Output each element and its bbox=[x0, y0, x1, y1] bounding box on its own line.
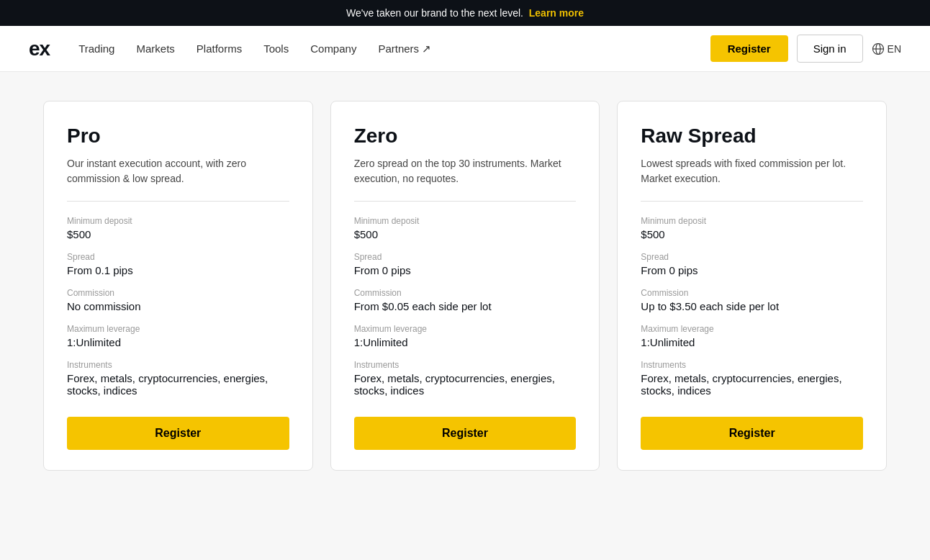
signin-button[interactable]: Sign in bbox=[797, 35, 863, 63]
detail-label: Commission bbox=[67, 288, 289, 298]
globe-icon bbox=[872, 42, 885, 55]
card-pro-details: Minimum deposit $500 Spread From 0.1 pip… bbox=[67, 216, 289, 397]
card-pro-title: Pro bbox=[67, 125, 289, 148]
detail-value: From 0.1 pips bbox=[67, 264, 289, 276]
detail-value: 1:Unlimited bbox=[354, 336, 577, 348]
detail-label: Commission bbox=[354, 288, 577, 298]
nav-item-company[interactable]: Company bbox=[310, 42, 356, 55]
detail-row: Commission Up to $3.50 each side per lot bbox=[641, 288, 863, 312]
detail-row: Instruments Forex, metals, cryptocurrenc… bbox=[354, 360, 577, 397]
detail-label: Spread bbox=[354, 252, 577, 262]
detail-label: Maximum leverage bbox=[354, 324, 577, 334]
detail-value: 1:Unlimited bbox=[67, 336, 289, 348]
card-zero-register-button[interactable]: Register bbox=[354, 417, 577, 450]
header: ex Trading Markets Platforms Tools Compa… bbox=[0, 26, 930, 72]
nav-item-partners[interactable]: Partners ↗ bbox=[378, 42, 431, 55]
detail-row: Minimum deposit $500 bbox=[641, 216, 863, 240]
detail-row: Commission No commission bbox=[67, 288, 289, 312]
card-pro-divider bbox=[67, 201, 289, 202]
nav-item-platforms[interactable]: Platforms bbox=[197, 42, 242, 55]
card-raw-spread-details: Minimum deposit $500 Spread From 0 pips … bbox=[641, 216, 863, 397]
register-button[interactable]: Register bbox=[710, 35, 788, 62]
detail-row: Instruments Forex, metals, cryptocurrenc… bbox=[67, 360, 289, 397]
card-pro-desc: Our instant execution account, with zero… bbox=[67, 156, 289, 186]
card-raw-spread-divider bbox=[641, 201, 863, 202]
detail-row: Maximum leverage 1:Unlimited bbox=[354, 324, 577, 348]
card-zero-divider bbox=[354, 201, 577, 202]
detail-label: Minimum deposit bbox=[67, 216, 289, 226]
detail-value: From 0 pips bbox=[641, 264, 863, 276]
top-banner: We've taken our brand to the next level.… bbox=[0, 0, 930, 26]
card-raw-spread-title: Raw Spread bbox=[641, 125, 863, 148]
detail-value: From 0 pips bbox=[354, 264, 577, 276]
detail-value: $500 bbox=[354, 228, 577, 240]
card-raw-spread: Raw Spread Lowest spreads with fixed com… bbox=[617, 101, 887, 471]
detail-value: Forex, metals, cryptocurrencies, energie… bbox=[354, 372, 577, 397]
main-nav: Trading Markets Platforms Tools Company … bbox=[78, 42, 710, 55]
detail-label: Instruments bbox=[354, 360, 577, 370]
detail-label: Spread bbox=[641, 252, 863, 262]
detail-row: Commission From $0.05 each side per lot bbox=[354, 288, 577, 312]
detail-row: Maximum leverage 1:Unlimited bbox=[641, 324, 863, 348]
detail-row: Spread From 0 pips bbox=[354, 252, 577, 276]
banner-text: We've taken our brand to the next level. bbox=[346, 7, 523, 19]
nav-item-trading[interactable]: Trading bbox=[78, 42, 114, 55]
nav-item-tools[interactable]: Tools bbox=[263, 42, 289, 55]
card-raw-spread-desc: Lowest spreads with fixed commission per… bbox=[641, 156, 863, 186]
nav-item-markets[interactable]: Markets bbox=[136, 42, 174, 55]
card-raw-spread-register-button[interactable]: Register bbox=[641, 417, 863, 450]
detail-value: 1:Unlimited bbox=[641, 336, 863, 348]
detail-label: Minimum deposit bbox=[641, 216, 863, 226]
logo[interactable]: ex bbox=[29, 37, 50, 60]
detail-label: Spread bbox=[67, 252, 289, 262]
card-zero: Zero Zero spread on the top 30 instrumen… bbox=[330, 101, 600, 471]
logo-text: ex bbox=[29, 37, 50, 60]
detail-label: Instruments bbox=[67, 360, 289, 370]
detail-row: Maximum leverage 1:Unlimited bbox=[67, 324, 289, 348]
detail-label: Maximum leverage bbox=[67, 324, 289, 334]
card-zero-details: Minimum deposit $500 Spread From 0 pips … bbox=[354, 216, 577, 397]
detail-value: No commission bbox=[67, 300, 289, 312]
detail-label: Minimum deposit bbox=[354, 216, 577, 226]
card-pro-register-button[interactable]: Register bbox=[67, 417, 289, 450]
banner-link[interactable]: Learn more bbox=[529, 7, 584, 19]
detail-row: Spread From 0.1 pips bbox=[67, 252, 289, 276]
language-button[interactable]: EN bbox=[872, 42, 901, 55]
detail-label: Instruments bbox=[641, 360, 863, 370]
cards-grid: Pro Our instant execution account, with … bbox=[43, 101, 887, 471]
detail-value: Forex, metals, cryptocurrencies, energie… bbox=[641, 372, 863, 397]
detail-value: $500 bbox=[641, 228, 863, 240]
detail-label: Commission bbox=[641, 288, 863, 298]
detail-value: $500 bbox=[67, 228, 289, 240]
card-pro: Pro Our instant execution account, with … bbox=[43, 101, 313, 471]
card-zero-title: Zero bbox=[354, 125, 577, 148]
card-zero-desc: Zero spread on the top 30 instruments. M… bbox=[354, 156, 577, 186]
detail-row: Minimum deposit $500 bbox=[354, 216, 577, 240]
detail-row: Instruments Forex, metals, cryptocurrenc… bbox=[641, 360, 863, 397]
detail-label: Maximum leverage bbox=[641, 324, 863, 334]
detail-row: Minimum deposit $500 bbox=[67, 216, 289, 240]
main-content: Pro Our instant execution account, with … bbox=[0, 72, 930, 560]
detail-value: Forex, metals, cryptocurrencies, energie… bbox=[67, 372, 289, 397]
header-actions: Register Sign in EN bbox=[710, 35, 901, 63]
lang-label: EN bbox=[888, 43, 901, 55]
detail-value: Up to $3.50 each side per lot bbox=[641, 300, 863, 312]
detail-row: Spread From 0 pips bbox=[641, 252, 863, 276]
detail-value: From $0.05 each side per lot bbox=[354, 300, 577, 312]
